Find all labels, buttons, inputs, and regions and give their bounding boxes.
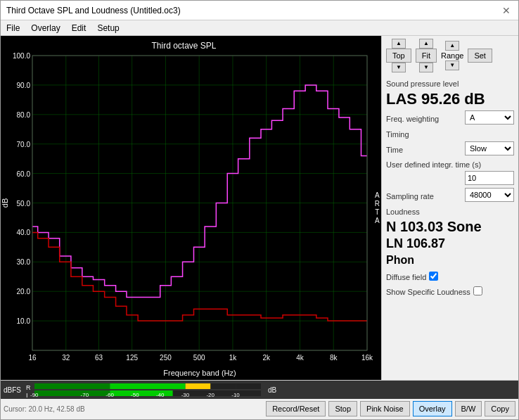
chart-canvas <box>1 36 381 378</box>
show-specific-row: Show Specific Loudness <box>386 286 514 296</box>
diffuse-field-label: Diffuse field <box>386 273 426 281</box>
sampling-rate-select[interactable]: 48000 44100 <box>465 188 514 202</box>
freq-weighting-label: Freq. weighting <box>386 115 439 123</box>
show-specific-checkbox[interactable] <box>473 286 482 295</box>
time-label: Time <box>386 146 403 154</box>
range-group: ▲ Range ▼ <box>441 41 463 70</box>
freq-weighting-row: Freq. weighting A C Z <box>386 110 514 125</box>
top-group: ▲ Top ▼ <box>386 39 411 72</box>
time-select[interactable]: Slow Fast Impulse <box>465 141 514 155</box>
timing-section-label: Timing <box>386 130 514 139</box>
menu-edit[interactable]: Edit <box>72 23 86 33</box>
record-reset-button[interactable]: Record/Reset <box>266 401 326 416</box>
title-bar: Third Octave SPL and Loudness (Untitled.… <box>1 1 518 20</box>
side-panel: ▲ Top ▼ ▲ Fit ▼ ▲ Range ▼ Set Sound pres… <box>381 36 518 380</box>
bw-button[interactable]: B/W <box>455 401 482 416</box>
user-defined-row: User defined integr. time (s) <box>386 160 514 185</box>
fit-button[interactable]: Fit <box>416 49 437 63</box>
menu-overlay[interactable]: Overlay <box>31 23 60 33</box>
user-defined-input[interactable] <box>465 171 514 185</box>
spl-value: LAS 95.26 dB <box>386 91 514 108</box>
overlay-button[interactable]: Overlay <box>413 401 452 416</box>
set-button[interactable]: Set <box>468 49 492 63</box>
diffuse-field-checkbox[interactable] <box>429 272 438 281</box>
stop-button[interactable]: Stop <box>328 401 357 416</box>
copy-button[interactable]: Copy <box>485 401 515 416</box>
bottom-bar: dBFS dB Cursor: 20.0 Hz, 42.58 dB Record… <box>1 380 518 419</box>
sampling-rate-label: Sampling rate <box>386 192 434 201</box>
window-title: Third Octave SPL and Loudness (Untitled.… <box>6 6 181 15</box>
fit-up-button[interactable]: ▲ <box>419 39 433 49</box>
pink-noise-button[interactable]: Pink Noise <box>360 401 410 416</box>
spl-section-label: Sound pressure level <box>386 79 514 88</box>
loudness-section-label: Loudness <box>386 208 514 216</box>
meter-canvas <box>25 382 264 397</box>
chart-area: ARTA <box>1 36 381 380</box>
dbfs-row: dBFS dB <box>1 381 518 399</box>
dbfs-db-label: dB <box>268 386 276 394</box>
cursor-info: Cursor: 20.0 Hz, 42.58 dB <box>4 405 263 413</box>
menu-bar: File Overlay Edit Setup <box>1 20 518 36</box>
freq-weighting-select[interactable]: A C Z <box>465 110 514 125</box>
fit-down-button[interactable]: ▼ <box>419 63 433 72</box>
loudness-phon-label: Phon <box>386 254 514 267</box>
top-up-button[interactable]: ▲ <box>392 39 406 49</box>
main-window: Third Octave SPL and Loudness (Untitled.… <box>0 0 519 420</box>
dbfs-label: dBFS <box>4 386 23 394</box>
top-down-button[interactable]: ▼ <box>392 63 406 72</box>
nav-controls: ▲ Top ▼ ▲ Fit ▼ ▲ Range ▼ Set <box>386 39 514 72</box>
range-down-button[interactable]: ▼ <box>445 61 459 70</box>
range-up-button[interactable]: ▲ <box>445 41 459 51</box>
menu-setup[interactable]: Setup <box>97 23 119 33</box>
diffuse-field-row: Diffuse field <box>386 271 514 281</box>
buttons-row: Cursor: 20.0 Hz, 42.58 dB Record/Reset S… <box>1 399 518 419</box>
range-label: Range <box>441 51 463 61</box>
menu-file[interactable]: File <box>6 23 20 33</box>
user-defined-input-row <box>386 171 514 185</box>
fit-group: ▲ Fit ▼ <box>416 39 437 72</box>
main-content: ARTA ▲ Top ▼ ▲ Fit ▼ ▲ Range ▼ <box>1 36 518 380</box>
show-specific-label: Show Specific Loudness <box>386 288 470 296</box>
user-defined-label: User defined integr. time (s) <box>386 160 481 169</box>
sampling-rate-row: Sampling rate 48000 44100 <box>386 188 514 202</box>
arta-label: ARTA <box>375 191 380 225</box>
top-button[interactable]: Top <box>386 49 411 63</box>
close-button[interactable]: ✕ <box>500 4 513 17</box>
time-row: Time Slow Fast Impulse <box>386 141 514 155</box>
loudness-ln-value: LN 106.87 <box>386 237 514 251</box>
loudness-n-value: N 103.03 Sone <box>386 219 514 234</box>
